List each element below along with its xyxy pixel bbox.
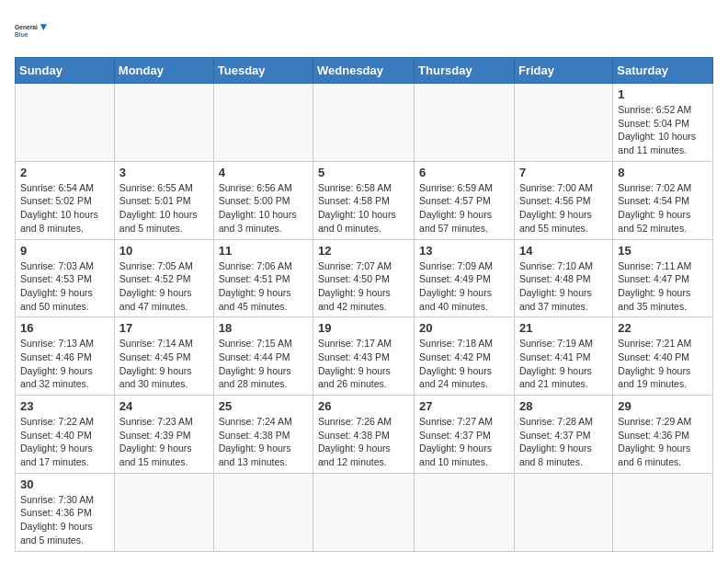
day-number: 23: [20, 399, 109, 413]
calendar-day-cell: 5Sunrise: 6:58 AM Sunset: 4:58 PM Daylig…: [313, 161, 415, 239]
day-info: Sunrise: 7:26 AM Sunset: 4:38 PM Dayligh…: [318, 415, 409, 469]
day-info: Sunrise: 7:03 AM Sunset: 4:53 PM Dayligh…: [20, 259, 109, 314]
calendar-day-cell: 18Sunrise: 7:15 AM Sunset: 4:44 PM Dayli…: [213, 317, 313, 396]
calendar-day-cell: 8Sunrise: 7:02 AM Sunset: 4:54 PM Daylig…: [613, 161, 713, 239]
calendar-day-cell: 19Sunrise: 7:17 AM Sunset: 4:43 PM Dayli…: [313, 317, 415, 396]
day-info: Sunrise: 7:29 AM Sunset: 4:36 PM Dayligh…: [618, 415, 708, 469]
calendar-day-cell: [213, 473, 313, 551]
day-number: 30: [20, 477, 109, 491]
calendar-day-cell: 3Sunrise: 6:55 AM Sunset: 5:01 PM Daylig…: [114, 161, 213, 239]
calendar-day-cell: 17Sunrise: 7:14 AM Sunset: 4:45 PM Dayli…: [114, 317, 213, 396]
calendar-day-cell: 9Sunrise: 7:03 AM Sunset: 4:53 PM Daylig…: [16, 239, 115, 317]
day-info: Sunrise: 7:24 AM Sunset: 4:38 PM Dayligh…: [219, 415, 308, 469]
day-info: Sunrise: 7:07 AM Sunset: 4:50 PM Dayligh…: [318, 259, 409, 314]
day-info: Sunrise: 7:23 AM Sunset: 4:39 PM Dayligh…: [119, 415, 209, 469]
day-number: 21: [519, 321, 608, 335]
day-number: 16: [20, 321, 109, 335]
day-number: 25: [219, 399, 308, 413]
day-info: Sunrise: 7:09 AM Sunset: 4:49 PM Dayligh…: [419, 259, 509, 314]
calendar-day-cell: [114, 473, 213, 551]
day-number: 29: [618, 399, 708, 413]
day-number: 14: [519, 244, 608, 258]
calendar-day-cell: [313, 84, 415, 162]
day-number: 5: [318, 166, 409, 179]
day-info: Sunrise: 7:21 AM Sunset: 4:40 PM Dayligh…: [618, 337, 708, 391]
day-number: 8: [618, 166, 708, 179]
day-info: Sunrise: 7:30 AM Sunset: 4:36 PM Dayligh…: [20, 493, 109, 547]
calendar-day-cell: 21Sunrise: 7:19 AM Sunset: 4:41 PM Dayli…: [514, 317, 612, 396]
day-number: 6: [419, 166, 509, 179]
day-info: Sunrise: 6:56 AM Sunset: 5:00 PM Dayligh…: [219, 181, 308, 236]
day-number: 10: [119, 244, 209, 258]
calendar-day-cell: 10Sunrise: 7:05 AM Sunset: 4:52 PM Dayli…: [114, 239, 213, 317]
day-info: Sunrise: 7:19 AM Sunset: 4:41 PM Dayligh…: [519, 337, 608, 391]
page-header: GeneralBlue: [15, 15, 713, 48]
day-info: Sunrise: 7:14 AM Sunset: 4:45 PM Dayligh…: [119, 337, 209, 391]
day-number: 22: [618, 321, 708, 335]
calendar-day-cell: 29Sunrise: 7:29 AM Sunset: 4:36 PM Dayli…: [613, 396, 713, 474]
day-info: Sunrise: 7:10 AM Sunset: 4:48 PM Dayligh…: [519, 259, 608, 314]
day-info: Sunrise: 7:28 AM Sunset: 4:37 PM Dayligh…: [519, 415, 608, 469]
calendar-day-cell: 6Sunrise: 6:59 AM Sunset: 4:57 PM Daylig…: [415, 161, 515, 239]
calendar-day-cell: [114, 84, 213, 162]
day-number: 26: [318, 399, 409, 413]
day-info: Sunrise: 7:11 AM Sunset: 4:47 PM Dayligh…: [618, 259, 708, 314]
calendar-day-cell: 14Sunrise: 7:10 AM Sunset: 4:48 PM Dayli…: [514, 239, 612, 317]
weekday-header-wednesday: Wednesday: [313, 58, 415, 84]
calendar-day-cell: 13Sunrise: 7:09 AM Sunset: 4:49 PM Dayli…: [415, 239, 515, 317]
day-info: Sunrise: 7:00 AM Sunset: 4:56 PM Dayligh…: [519, 181, 608, 236]
calendar-day-cell: 16Sunrise: 7:13 AM Sunset: 4:46 PM Dayli…: [16, 317, 115, 396]
svg-text:Blue: Blue: [15, 31, 28, 38]
day-number: 9: [20, 244, 109, 258]
day-number: 7: [519, 166, 608, 179]
weekday-header-tuesday: Tuesday: [213, 58, 313, 84]
day-number: 3: [119, 166, 209, 179]
calendar-header-row: SundayMondayTuesdayWednesdayThursdayFrid…: [16, 58, 713, 84]
day-info: Sunrise: 6:54 AM Sunset: 5:02 PM Dayligh…: [20, 181, 109, 236]
day-number: 15: [618, 244, 708, 258]
logo: GeneralBlue: [15, 15, 48, 48]
weekday-header-friday: Friday: [514, 58, 612, 84]
calendar-day-cell: [613, 473, 713, 551]
calendar-day-cell: 2Sunrise: 6:54 AM Sunset: 5:02 PM Daylig…: [16, 161, 115, 239]
day-number: 20: [419, 321, 509, 335]
day-number: 11: [219, 244, 308, 258]
calendar-day-cell: [415, 84, 515, 162]
calendar-day-cell: 24Sunrise: 7:23 AM Sunset: 4:39 PM Dayli…: [114, 396, 213, 474]
day-number: 17: [119, 321, 209, 335]
calendar-day-cell: 30Sunrise: 7:30 AM Sunset: 4:36 PM Dayli…: [16, 473, 115, 551]
day-number: 28: [519, 399, 608, 413]
day-info: Sunrise: 7:22 AM Sunset: 4:40 PM Dayligh…: [20, 415, 109, 469]
calendar-week-row: 2Sunrise: 6:54 AM Sunset: 5:02 PM Daylig…: [16, 161, 713, 239]
calendar-day-cell: [16, 84, 115, 162]
day-number: 13: [419, 244, 509, 258]
weekday-header-monday: Monday: [114, 58, 213, 84]
calendar-day-cell: 7Sunrise: 7:00 AM Sunset: 4:56 PM Daylig…: [514, 161, 612, 239]
calendar-table: SundayMondayTuesdayWednesdayThursdayFrid…: [15, 57, 713, 552]
day-info: Sunrise: 7:17 AM Sunset: 4:43 PM Dayligh…: [318, 337, 409, 391]
calendar-day-cell: [313, 473, 415, 551]
day-info: Sunrise: 6:59 AM Sunset: 4:57 PM Dayligh…: [419, 181, 509, 236]
day-number: 18: [219, 321, 308, 335]
day-info: Sunrise: 7:18 AM Sunset: 4:42 PM Dayligh…: [419, 337, 509, 391]
calendar-day-cell: 26Sunrise: 7:26 AM Sunset: 4:38 PM Dayli…: [313, 396, 415, 474]
calendar-day-cell: 22Sunrise: 7:21 AM Sunset: 4:40 PM Dayli…: [613, 317, 713, 396]
calendar-day-cell: [213, 84, 313, 162]
svg-text:General: General: [15, 24, 38, 30]
logo-icon: GeneralBlue: [15, 15, 48, 48]
day-number: 24: [119, 399, 209, 413]
calendar-day-cell: 25Sunrise: 7:24 AM Sunset: 4:38 PM Dayli…: [213, 396, 313, 474]
day-info: Sunrise: 6:52 AM Sunset: 5:04 PM Dayligh…: [618, 103, 708, 157]
calendar-day-cell: 4Sunrise: 6:56 AM Sunset: 5:00 PM Daylig…: [213, 161, 313, 239]
calendar-day-cell: 27Sunrise: 7:27 AM Sunset: 4:37 PM Dayli…: [415, 396, 515, 474]
calendar-day-cell: 23Sunrise: 7:22 AM Sunset: 4:40 PM Dayli…: [16, 396, 115, 474]
calendar-day-cell: 12Sunrise: 7:07 AM Sunset: 4:50 PM Dayli…: [313, 239, 415, 317]
day-number: 27: [419, 399, 509, 413]
calendar-day-cell: [415, 473, 515, 551]
day-info: Sunrise: 7:05 AM Sunset: 4:52 PM Dayligh…: [119, 259, 209, 314]
calendar-day-cell: 20Sunrise: 7:18 AM Sunset: 4:42 PM Dayli…: [415, 317, 515, 396]
calendar-day-cell: [514, 84, 612, 162]
day-info: Sunrise: 6:55 AM Sunset: 5:01 PM Dayligh…: [119, 181, 209, 236]
calendar-day-cell: [514, 473, 612, 551]
day-info: Sunrise: 6:58 AM Sunset: 4:58 PM Dayligh…: [318, 181, 409, 236]
